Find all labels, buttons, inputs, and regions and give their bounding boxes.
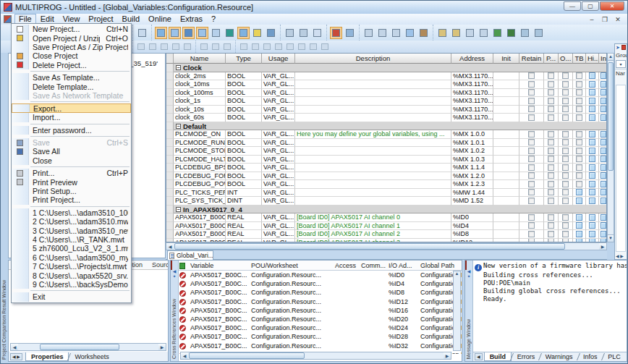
crossref-row[interactable]: APAX5017_B00C...Configuration.Resourc...… (179, 323, 462, 332)
mdi-minimize-button[interactable]: – (587, 15, 597, 23)
cell-check-tb[interactable] (573, 172, 586, 181)
panel-close-icon[interactable] (621, 45, 626, 50)
collapse-icon[interactable]: − (176, 124, 181, 129)
cell-check-ret[interactable] (519, 80, 544, 89)
cell-check-tb[interactable] (573, 130, 586, 139)
cell-check-p[interactable] (544, 189, 559, 198)
file-menu-item-close[interactable]: Close (12, 156, 131, 165)
grid-variable-row[interactable]: PLCMODE_RUNBOOLVAR_GL...%MX 1.0.1 (166, 139, 606, 148)
comparison-hscrollbar[interactable]: ◀ ▶ (10, 343, 166, 351)
cell-check-in[interactable] (599, 114, 607, 122)
toolbar-button-disabled[interactable] (262, 42, 272, 51)
cell-check-p[interactable] (544, 114, 559, 122)
toolbar-button-disabled[interactable] (171, 42, 181, 51)
grid-variable-row[interactable]: clock_10msBOOLVAR_GL...%MX3.1170... (166, 80, 606, 89)
cell-check-hi[interactable] (586, 164, 599, 172)
file-menu-item-print-preview[interactable]: Print Preview (12, 177, 131, 186)
tab-nav-arrows[interactable]: ◀ ▶ (10, 353, 22, 360)
toolbar-button-disabled[interactable] (199, 42, 209, 51)
cell-check-hi[interactable] (586, 89, 599, 98)
grid-col-address[interactable]: Address (451, 54, 493, 64)
cell-check-hi[interactable] (586, 130, 599, 139)
cell-check-o[interactable] (559, 139, 573, 148)
dock-pin-icon[interactable]: ✦ (465, 274, 472, 279)
stop-icon[interactable] (532, 27, 545, 39)
file-menu-item-save-all[interactable]: Save All (12, 147, 131, 156)
cell-check-hi[interactable] (586, 106, 599, 114)
cell-check-o[interactable] (559, 172, 573, 181)
grid-variable-row[interactable]: PLCMODE_ONBOOLVAR_GL...Here you may defi… (166, 130, 606, 139)
cell-check-in[interactable] (599, 197, 607, 206)
flash-icon[interactable] (478, 27, 490, 39)
cell-check-o[interactable] (559, 189, 573, 198)
cell-check-p[interactable] (544, 156, 559, 164)
menu-build[interactable]: Build (118, 14, 144, 24)
cell-check-in[interactable] (599, 147, 607, 156)
cell-check-ret[interactable] (519, 172, 544, 181)
device-icon[interactable] (505, 27, 517, 39)
crossref-row[interactable]: APAX5017_B00C...Configuration.Resourc...… (179, 332, 462, 341)
debug-stop-icon[interactable] (376, 27, 389, 39)
cell-check-in[interactable] (599, 72, 607, 81)
crossref-row[interactable]: APAX5017_B00C...Configuration.Resourc...… (179, 279, 462, 288)
grid-variable-row[interactable]: PLCDEBUG_BPSETBOOLVAR_GL...%MX 1.1.4 (166, 164, 606, 172)
grid-group-row[interactable]: −Clock (166, 64, 606, 72)
scroll-left-icon[interactable]: ◀ (11, 344, 18, 350)
grid-group-row[interactable]: −In_APAX5017_0_4 (166, 206, 606, 214)
file-menu-item-7-c-users-projects-t-mwt[interactable]: 7 C:\Users\...\Projects\t.mwt (12, 262, 131, 271)
toolbar-button-disabled[interactable] (320, 42, 330, 51)
toolbar-button-disabled[interactable] (239, 42, 249, 51)
toolbar-button-disabled[interactable] (250, 42, 260, 51)
tab-errors[interactable]: Errors (512, 352, 540, 361)
cell-check-tb[interactable] (573, 114, 586, 122)
grid-variable-row[interactable]: APAX5017_B00C002_IREALVAR_GL...[Board ID… (166, 230, 606, 239)
cell-check-p[interactable] (544, 89, 559, 98)
debug-start-icon[interactable] (362, 27, 375, 39)
cell-check-in[interactable] (599, 222, 607, 231)
cell-check-hi[interactable] (586, 230, 599, 239)
close-button[interactable]: ✕ (600, 1, 624, 11)
menu-extras[interactable]: Extras (176, 14, 207, 24)
cell-check-tb[interactable] (573, 97, 586, 106)
toolbar-button-disabled[interactable] (273, 42, 284, 51)
cell-check-ret[interactable] (519, 97, 544, 106)
file-menu-item-print[interactable]: Print...Ctrl+P (12, 169, 131, 177)
cell-check-p[interactable] (544, 172, 559, 181)
grid-variable-row[interactable]: PLCDEBUG_POWER...BOOLVAR_GL...%MX 1.2.3 (166, 180, 606, 189)
dock-arrow-icon[interactable]: ◀ (171, 269, 178, 274)
cell-check-ret[interactable] (519, 147, 544, 156)
file-menu-item-import[interactable]: Import... (12, 113, 131, 122)
cell-check-tb[interactable] (573, 156, 586, 164)
cell-check-ret[interactable] (519, 130, 544, 139)
cell-check-hi[interactable] (586, 139, 599, 148)
cell-check-o[interactable] (559, 106, 573, 114)
make-icon[interactable] (344, 27, 356, 39)
cell-check-p[interactable] (544, 72, 559, 81)
comparison-hscroll-thumb[interactable] (40, 344, 119, 350)
menu-view[interactable]: View (59, 14, 85, 24)
pin-icon[interactable]: ➤ (616, 45, 620, 50)
grid-variable-row[interactable]: APAX5017_B00C001_IREALVAR_GL...[Board ID… (166, 222, 606, 231)
tab-nav-arrows[interactable]: ◀ ▶ (475, 353, 483, 360)
file-menu-item-1-c-users-adam3510-1001-mwt[interactable]: 1 C:\Users\...\adam3510_1001.mwt (12, 208, 131, 217)
grid-variable-row[interactable]: PLC_TICKS_PER_SECINTVAR_GL...%MW 1.44 (166, 189, 606, 198)
cell-check-o[interactable] (559, 222, 573, 231)
tab-worksheets[interactable]: Worksheets (69, 352, 114, 361)
file-menu-item-5-zh76000-lcu3-v2-3-1-mwt[interactable]: 5 zh76000_Lcu3_V2_3_1.mwt (12, 244, 131, 253)
scroll-down-icon[interactable]: ▼ (608, 234, 614, 242)
cell-check-p[interactable] (544, 230, 559, 239)
grid-variable-row[interactable]: APAX5017_B00C000_IREALVAR_GL...[Board ID… (166, 213, 606, 222)
scroll-left-icon[interactable]: ◀ (181, 352, 188, 359)
tab-infos[interactable]: Infos (578, 352, 603, 361)
collapse-icon[interactable]: − (176, 65, 181, 70)
edit-window-icon[interactable] (237, 27, 250, 39)
crossref-row[interactable]: APAX5017_B00C...Configuration.Resourc...… (179, 315, 462, 323)
cell-check-o[interactable] (559, 72, 573, 81)
cell-check-ret[interactable] (519, 189, 544, 198)
toolbar-button-disabled[interactable] (285, 42, 295, 51)
cell-check-in[interactable] (599, 164, 607, 172)
toolbar-button-disabled[interactable] (159, 42, 169, 51)
tab-properties[interactable]: Properties (25, 352, 69, 361)
scroll-left-icon[interactable]: ◀ (166, 243, 174, 250)
cell-check-in[interactable] (599, 89, 607, 98)
